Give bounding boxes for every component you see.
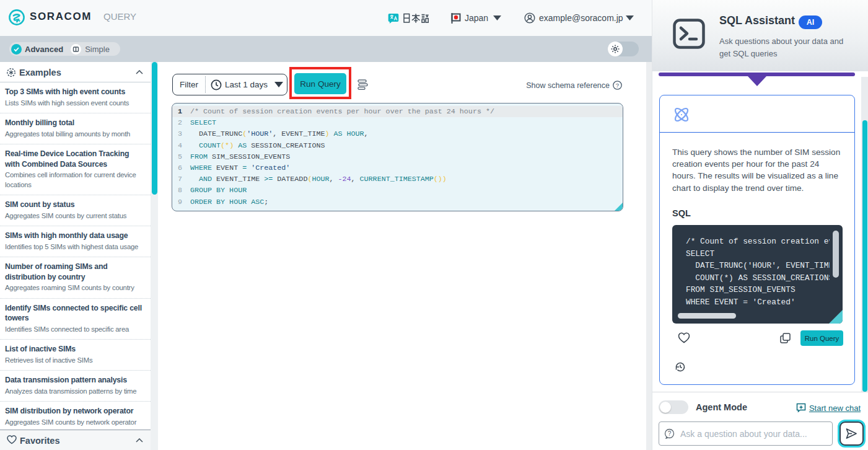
svg-text:?: ?	[668, 430, 672, 437]
svg-text:?: ?	[616, 82, 619, 89]
